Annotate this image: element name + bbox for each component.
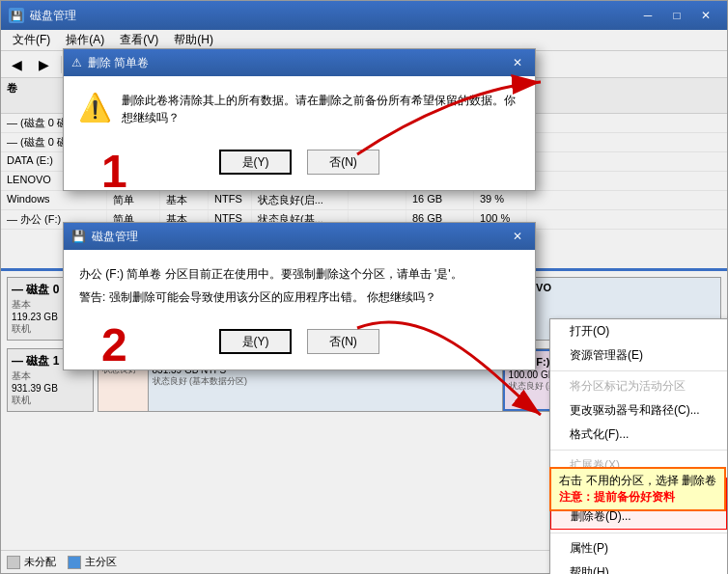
row-cap bbox=[349, 191, 406, 209]
minimize-button[interactable]: ─ bbox=[634, 6, 661, 25]
table-row[interactable]: Windows 简单 基本 NTFS 状态良好(启... 16 GB 39 % bbox=[1, 191, 727, 210]
dialog2-no-button[interactable]: 否(N) bbox=[307, 329, 379, 354]
dialog1-message: 删除此卷将清除其上的所有数据。请在删除之前备份所有希望保留的数据。你想继续吗？ bbox=[122, 92, 519, 126]
ctx-open[interactable]: 打开(O) bbox=[550, 319, 727, 343]
ctx-sep3 bbox=[550, 533, 727, 533]
info-box: 右击 不用的分区，选择 删除卷 注意：提前备份好资料 bbox=[549, 467, 726, 511]
disk1-size: 931.39 GB bbox=[12, 383, 89, 394]
menu-action[interactable]: 操作(A) bbox=[58, 30, 112, 50]
dialog2-yes-button[interactable]: 是(Y) bbox=[219, 329, 292, 354]
dialog2-title-icon: 💾 bbox=[71, 230, 86, 243]
dialog1-buttons: 是(Y) 否(N) bbox=[64, 142, 535, 190]
ctx-help[interactable]: 帮助(H) bbox=[550, 560, 727, 574]
legend-primary-color bbox=[68, 556, 81, 569]
dialog1-yes-button[interactable]: 是(Y) bbox=[219, 150, 292, 175]
disk1-type: 基本 bbox=[12, 369, 89, 383]
dialog1: ⚠ 删除 简单卷 ✕ ⚠️ 删除此卷将清除其上的所有数据。请在删除之前备份所有希… bbox=[63, 48, 536, 191]
menu-file[interactable]: 文件(F) bbox=[5, 30, 58, 50]
legend-unalloc-color bbox=[7, 556, 20, 569]
toolbar-separator bbox=[61, 56, 62, 73]
window-icon: 💾 bbox=[9, 8, 24, 23]
ctx-explorer[interactable]: 资源管理器(E) bbox=[550, 343, 727, 368]
title-bar-buttons: ─ □ ✕ bbox=[634, 6, 719, 25]
row-free: 16 GB bbox=[406, 191, 474, 209]
info-line1: 右击 不用的分区，选择 删除卷 bbox=[559, 473, 716, 489]
info-line2: 注意：提前备份好资料 bbox=[559, 489, 716, 506]
legend-primary: 主分区 bbox=[68, 555, 117, 569]
dialog1-close-button[interactable]: ✕ bbox=[508, 54, 527, 71]
dialog1-no-button[interactable]: 否(N) bbox=[307, 150, 379, 175]
dialog1-warning-icon: ⚠️ bbox=[79, 92, 110, 123]
ctx-change-letter[interactable]: 更改驱动器号和路径(C)... bbox=[550, 398, 727, 423]
menu-view[interactable]: 查看(V) bbox=[112, 30, 166, 50]
dialog1-body: ⚠️ 删除此卷将清除其上的所有数据。请在删除之前备份所有希望保留的数据。你想继续… bbox=[64, 76, 535, 142]
legend-primary-label: 主分区 bbox=[85, 555, 117, 569]
toolbar-forward[interactable]: ▶ bbox=[32, 54, 55, 75]
ctx-properties[interactable]: 属性(P) bbox=[550, 536, 727, 560]
menu-help[interactable]: 帮助(H) bbox=[166, 30, 221, 50]
dialog2-title-left: 💾 磁盘管理 bbox=[71, 229, 138, 245]
row-type: 基本 bbox=[160, 191, 209, 209]
disk1-status: 联机 bbox=[12, 394, 89, 407]
toolbar-back[interactable]: ◀ bbox=[5, 54, 28, 75]
dialog1-title-bar: ⚠ 删除 简单卷 ✕ bbox=[64, 49, 535, 76]
dialog2-body: 办公 (F:) 简单卷 分区目前正在使用中。要强制删除这个分区，请单击 '是'。… bbox=[64, 250, 535, 321]
dialog1-title-text: 删除 简单卷 bbox=[88, 55, 149, 71]
ctx-sep1 bbox=[550, 370, 727, 371]
row-volume: Windows bbox=[1, 191, 107, 209]
maximize-button[interactable]: □ bbox=[663, 6, 690, 25]
dialog2: 💾 磁盘管理 ✕ 办公 (F:) 简单卷 分区目前正在使用中。要强制删除这个分区… bbox=[63, 222, 536, 370]
dialog2-message1: 办公 (F:) 简单卷 分区目前正在使用中。要强制删除这个分区，请单击 '是'。 bbox=[79, 265, 462, 283]
ctx-sep2 bbox=[550, 450, 727, 451]
ctx-mark-active: 将分区标记为活动分区 bbox=[550, 374, 727, 398]
title-bar-left: 💾 磁盘管理 bbox=[9, 8, 76, 24]
row-fs: NTFS bbox=[209, 191, 252, 209]
legend-unalloc-label: 未分配 bbox=[24, 555, 56, 569]
dialog2-title-bar: 💾 磁盘管理 ✕ bbox=[64, 223, 535, 250]
dialog2-message2: 警告: 强制删除可能会导致使用该分区的应用程序出错。 你想继续吗？ bbox=[79, 288, 436, 306]
dialog1-title-icon: ⚠ bbox=[71, 56, 82, 69]
title-bar: 💾 磁盘管理 ─ □ ✕ bbox=[1, 1, 727, 30]
dialog2-buttons: 是(Y) 否(N) bbox=[64, 321, 535, 369]
dialog2-title-text: 磁盘管理 bbox=[92, 229, 138, 245]
legend-unalloc: 未分配 bbox=[7, 555, 56, 569]
dialog2-close-button[interactable]: ✕ bbox=[508, 228, 527, 245]
ctx-format[interactable]: 格式化(F)... bbox=[550, 423, 727, 447]
window-title: 磁盘管理 bbox=[30, 8, 76, 24]
dialog1-title-left: ⚠ 删除 简单卷 bbox=[71, 55, 149, 71]
context-menu: 打开(O) 资源管理器(E) 将分区标记为活动分区 更改驱动器号和路径(C)..… bbox=[549, 318, 728, 574]
row-status: 状态良好(启... bbox=[252, 191, 349, 209]
row-pct: 39 % bbox=[474, 191, 527, 209]
close-button[interactable]: ✕ bbox=[692, 6, 719, 25]
row-layout: 简单 bbox=[107, 191, 160, 209]
